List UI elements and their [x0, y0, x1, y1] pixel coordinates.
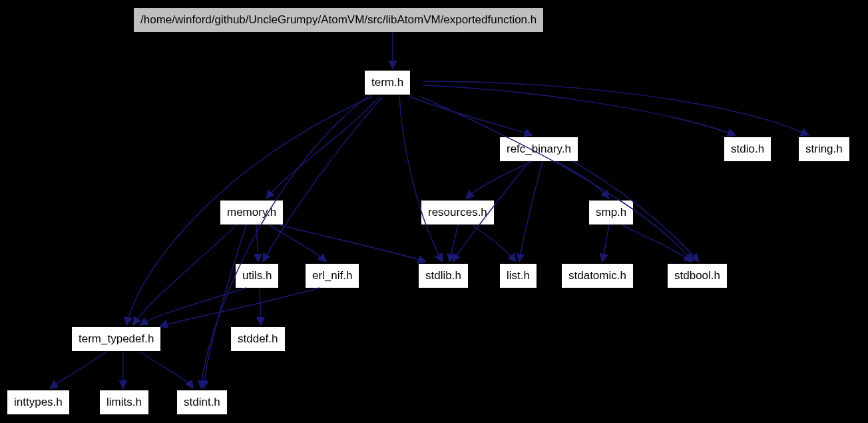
- node-refc-binary[interactable]: refc_binary.h: [499, 137, 578, 162]
- node-erl-nif[interactable]: erl_nif.h: [305, 263, 359, 288]
- node-resources[interactable]: resources.h: [421, 200, 495, 225]
- node-list[interactable]: list.h: [499, 263, 537, 288]
- node-stdlib[interactable]: stdlib.h: [418, 263, 469, 288]
- node-term-typedef[interactable]: term_typedef.h: [71, 326, 161, 352]
- node-stdint[interactable]: stdint.h: [176, 390, 228, 415]
- node-smp[interactable]: smp.h: [588, 200, 634, 225]
- node-term[interactable]: term.h: [364, 70, 411, 95]
- node-memory[interactable]: memory.h: [220, 200, 284, 225]
- node-string[interactable]: string.h: [798, 137, 850, 162]
- node-inttypes[interactable]: inttypes.h: [7, 390, 70, 415]
- node-root[interactable]: /home/winford/github/UncleGrumpy/AtomVM/…: [133, 7, 544, 33]
- node-stdio[interactable]: stdio.h: [724, 137, 771, 162]
- node-stdbool[interactable]: stdbool.h: [667, 263, 728, 288]
- node-limits[interactable]: limits.h: [99, 390, 149, 415]
- node-stdatomic[interactable]: stdatomic.h: [561, 263, 634, 288]
- node-stddef[interactable]: stddef.h: [230, 326, 286, 352]
- node-utils[interactable]: utils.h: [235, 263, 279, 288]
